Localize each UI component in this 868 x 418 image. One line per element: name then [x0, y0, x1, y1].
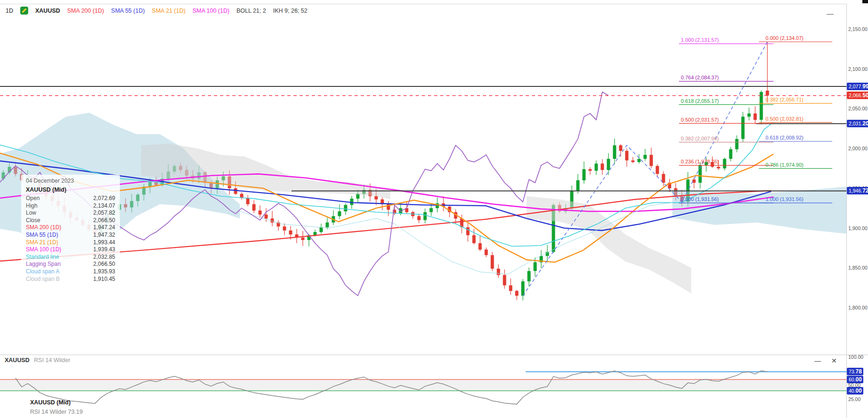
tooltip-row-value: 2,072.69: [93, 195, 115, 202]
price-tick: 1,900.00: [848, 225, 867, 231]
price-badge[interactable]: 2,077.99: [847, 83, 868, 90]
tooltip-row-value: 1,939.43: [93, 246, 115, 254]
tooltip-row-label: SMA 200 (1D): [26, 224, 61, 232]
legend-indicator-5[interactable]: IKH 9; 26; 52: [273, 8, 308, 14]
legend-indicator-1[interactable]: SMA 55 (1D): [111, 8, 145, 14]
price-tick: 2,100.00: [848, 66, 867, 72]
fib_left-label-0.764: 0.764 (2,084.37): [681, 75, 719, 80]
chart-minimize-button[interactable]: —: [827, 9, 834, 17]
fib_left-label-1.000: 1.000 (2,131.57): [681, 37, 719, 43]
tooltip-row: Cloud span A1,935.93: [26, 268, 115, 276]
tooltip-row-label: Cloud span B: [26, 276, 60, 283]
chart-legend: 1D XAUUSD SMA 200 (1D)SMA 55 (1D)SMA 21 …: [6, 7, 308, 15]
tooltip-row: SMA 100 (1D)1,939.43: [26, 246, 115, 254]
ohlc-tooltip: 04 December 2023 XAUUSD (Mid) Open2,072.…: [21, 175, 120, 286]
symbol-label[interactable]: XAUUSD: [35, 8, 60, 14]
price-badge[interactable]: 1,946.72: [847, 187, 868, 194]
rsi-badge[interactable]: 73.78: [847, 368, 863, 375]
tooltip-title: XAUUSD (Mid): [26, 186, 115, 193]
fib_left-label-0.236: 0.236 (1,978.76): [681, 159, 719, 164]
fib_right-label-0.500: 0.500 (2,032.81): [765, 116, 804, 122]
tooltip-row-label: Low: [26, 209, 36, 217]
tooltip-row: High2,134.07: [26, 202, 115, 210]
rsi-tooltip-title: XAUUSD (Mid): [30, 399, 83, 406]
fib_left-label-0.618: 0.618 (2,055.17): [681, 98, 719, 104]
tooltip-row: SMA 21 (1D)1,993.44: [26, 239, 115, 247]
price-tick: 2,150.00: [848, 26, 867, 32]
tooltip-row-value: 2,066.50: [93, 217, 115, 224]
fib_right-label-0.786: 0.786 (1,974.90): [765, 162, 804, 168]
price-tick: 1,800.00: [848, 305, 867, 310]
fib_right-label-0.382: 0.382 (2,056.71): [765, 97, 804, 102]
tooltip-row-value: 2,032.85: [93, 254, 115, 261]
fib_right-label-1.000: 1.000 (1,931.56): [765, 196, 804, 202]
fib_left-label-0.500: 0.500 (2,031.57): [681, 117, 719, 123]
legend-indicator-2[interactable]: SMA 21 (1D): [152, 8, 186, 14]
tooltip-row-value: 1,947.32: [93, 232, 115, 239]
tooltip-row: Low2,057.82: [26, 209, 115, 217]
tooltip-row-value: 2,066.50: [93, 261, 115, 268]
tooltip-row: Lagging Span2,066.50: [26, 261, 115, 268]
tooltip-row-label: Lagging Span: [26, 261, 61, 268]
rsi-indicator-label[interactable]: RSI 14 Wilder: [34, 357, 70, 364]
legend-indicator-4[interactable]: BOLL 21; 2: [237, 8, 266, 14]
tooltip-row-label: Standard line: [26, 254, 59, 261]
tooltip-row-value: 1,910.45: [93, 276, 115, 283]
price-chart-canvas[interactable]: [0, 0, 868, 418]
tooltip-row-label: SMA 55 (1D): [26, 232, 58, 239]
tooltip-row-value: 1,947.24: [93, 224, 115, 232]
drawing-tool-icon[interactable]: [20, 7, 28, 15]
rsi-badge[interactable]: 60.00: [847, 376, 863, 383]
tooltip-row: Standard line2,032.85: [26, 254, 115, 261]
rsi-symbol-label: XAUUSD: [5, 357, 30, 364]
legend-indicator-0[interactable]: SMA 200 (1D): [67, 8, 104, 14]
rsi-minimize-button[interactable]: —: [814, 357, 821, 364]
price-tick: 1,850.00: [848, 265, 867, 271]
fib_right-label-0.618: 0.618 (2,008.92): [765, 135, 804, 140]
tooltip-row-value: 2,057.82: [93, 209, 115, 217]
price-tick: 2,050.00: [848, 106, 867, 111]
tooltip-date: 04 December 2023: [26, 178, 115, 184]
tooltip-row-label: Cloud span A: [26, 268, 59, 276]
rsi-badge[interactable]: 40.00: [847, 387, 863, 395]
fib_left-label-0.000: 0.000 (1,931.56): [681, 196, 719, 202]
rsi-panel-divider[interactable]: [0, 355, 868, 355]
rsi-tooltip-value: RSI 14 Wilder 73.19: [30, 409, 83, 415]
price-tick: 2,000.00: [848, 146, 867, 151]
legend-indicator-3[interactable]: SMA 100 (1D): [192, 8, 229, 14]
tooltip-row-value: 1,993.44: [93, 239, 115, 247]
price-badge[interactable]: 2,031.20: [847, 120, 868, 127]
rsi-panel-header: XAUUSD RSI 14 Wilder: [5, 357, 70, 364]
tooltip-row-label: Open: [26, 195, 39, 202]
fib_left-label-0.382: 0.382 (2,007.96): [681, 136, 719, 141]
tooltip-row: Open2,072.69: [26, 195, 115, 202]
tooltip-row-label: Close: [26, 217, 40, 224]
tooltip-row: Cloud span B1,910.45: [26, 276, 115, 283]
timeframe-selector[interactable]: 1D: [6, 8, 13, 14]
tooltip-row-value: 2,134.07: [93, 202, 115, 210]
tooltip-row-label: High: [26, 202, 38, 210]
price-badge[interactable]: 2,066.50: [847, 92, 868, 99]
rsi-close-button[interactable]: ✕: [831, 357, 837, 364]
rsi-tick: 25.00: [848, 396, 867, 402]
tooltip-row-label: SMA 21 (1D): [26, 239, 58, 247]
tooltip-row: Close2,066.50: [26, 217, 115, 224]
tooltip-row: SMA 200 (1D)1,947.24: [26, 224, 115, 232]
fib_right-label-0.000: 0.000 (2,134.07): [765, 35, 804, 41]
tooltip-row-label: SMA 100 (1D): [26, 246, 61, 254]
tooltip-row: SMA 55 (1D)1,947.32: [26, 232, 115, 239]
rsi-tooltip: XAUUSD (Mid) RSI 14 Wilder 73.19: [30, 399, 83, 415]
tooltip-row-value: 1,935.93: [93, 268, 115, 276]
